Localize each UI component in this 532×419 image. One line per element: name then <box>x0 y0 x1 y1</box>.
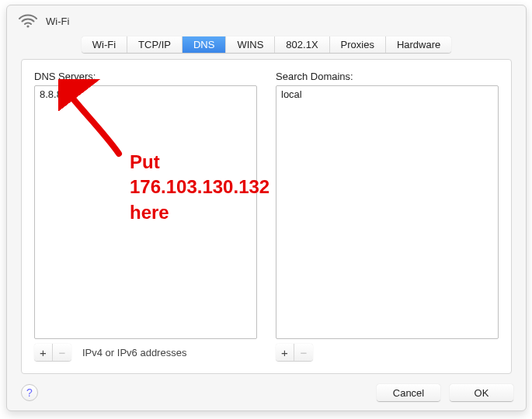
tab-wifi[interactable]: Wi-Fi <box>82 36 127 53</box>
cancel-button[interactable]: Cancel <box>377 384 440 401</box>
dns-servers-label: DNS Servers: <box>34 71 257 82</box>
ok-button[interactable]: OK <box>450 384 513 401</box>
tabstrip: Wi-Fi TCP/IP DNS WINS 802.1X Proxies Har… <box>82 36 452 53</box>
network-advanced-dialog: Wi-Fi Wi-Fi TCP/IP DNS WINS 802.1X Proxi… <box>6 5 527 411</box>
dns-remove-button[interactable]: − <box>53 344 71 361</box>
columns: DNS Servers: 8.8.8.8 + − IPv4 or IPv6 ad… <box>34 71 499 361</box>
list-item[interactable]: local <box>281 88 493 100</box>
content-panel: DNS Servers: 8.8.8.8 + − IPv4 or IPv6 ad… <box>21 59 512 374</box>
dns-servers-column: DNS Servers: 8.8.8.8 + − IPv4 or IPv6 ad… <box>34 71 257 361</box>
header-title: Wi-Fi <box>46 16 69 27</box>
search-domains-column: Search Domains: local + − <box>276 71 499 361</box>
help-button[interactable]: ? <box>21 384 38 401</box>
search-domains-label: Search Domains: <box>276 71 499 82</box>
search-remove-button[interactable]: − <box>294 344 313 361</box>
dns-add-button[interactable]: + <box>34 344 53 361</box>
search-add-remove-group: + − <box>276 344 313 361</box>
footer-buttons: Cancel OK <box>377 384 526 401</box>
tab-hardware[interactable]: Hardware <box>386 36 451 53</box>
tab-proxies[interactable]: Proxies <box>330 36 386 53</box>
dns-servers-list[interactable]: 8.8.8.8 <box>34 85 257 339</box>
tab-8021x[interactable]: 802.1X <box>275 36 329 53</box>
dialog-footer: ? Cancel OK <box>21 384 526 401</box>
search-domains-list[interactable]: local <box>276 85 499 339</box>
wifi-icon <box>18 13 38 29</box>
list-item[interactable]: 8.8.8.8 <box>40 88 252 100</box>
svg-point-0 <box>26 25 29 27</box>
dns-servers-controls: + − IPv4 or IPv6 addresses <box>34 344 257 361</box>
dns-add-remove-group: + − <box>34 344 71 361</box>
dialog-header: Wi-Fi <box>7 5 526 33</box>
tab-dns[interactable]: DNS <box>183 36 226 53</box>
tab-wins[interactable]: WINS <box>226 36 275 53</box>
search-add-button[interactable]: + <box>276 344 294 361</box>
tab-tcpip[interactable]: TCP/IP <box>127 36 183 53</box>
dns-hint: IPv4 or IPv6 addresses <box>82 347 186 358</box>
search-domains-controls: + − <box>276 344 499 361</box>
tabs-container: Wi-Fi TCP/IP DNS WINS 802.1X Proxies Har… <box>7 36 526 53</box>
